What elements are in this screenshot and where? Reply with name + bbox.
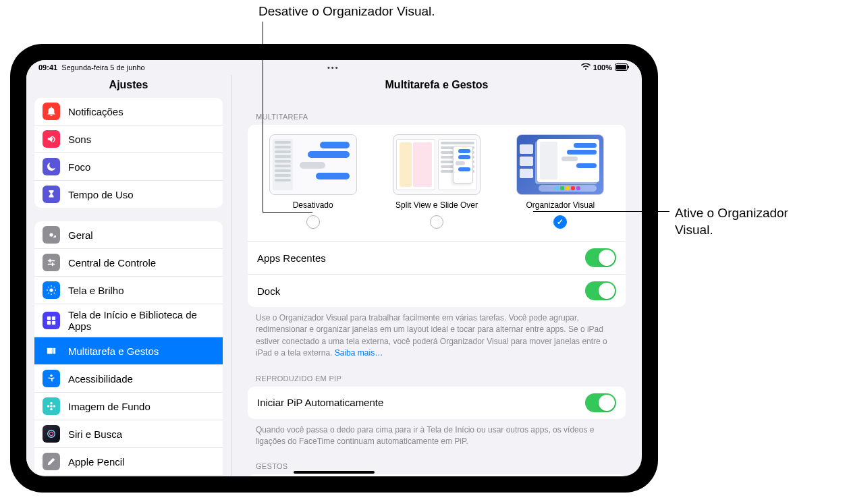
row-recent-apps[interactable]: Apps Recentes bbox=[248, 241, 626, 274]
sidebar-item-display[interactable]: Tela e Brilho bbox=[34, 276, 223, 304]
toggle-recent-apps[interactable] bbox=[585, 248, 616, 267]
sidebar-item-sounds[interactable]: Sons bbox=[34, 125, 223, 152]
sidebar-item-label: Siri e Busca bbox=[68, 428, 122, 440]
sidebar-item-control-center[interactable]: Central de Controle bbox=[34, 248, 223, 276]
radio-splitview[interactable] bbox=[430, 215, 443, 229]
row-dock[interactable]: Dock bbox=[248, 274, 626, 307]
thumb-splitview bbox=[393, 134, 481, 195]
sidebar-item-focus[interactable]: Foco bbox=[34, 152, 223, 180]
pip-card: Iniciar PiP Automaticamente bbox=[248, 387, 626, 419]
multitask-card: Desativado Split View e Slide Over bbox=[248, 125, 626, 307]
sidebar-title: Ajustes bbox=[34, 75, 223, 98]
thumb-disabled bbox=[269, 134, 357, 195]
row-productivity-gestures[interactable]: Gestos de Produtividade bbox=[248, 474, 626, 476]
svg-rect-8 bbox=[47, 348, 53, 354]
grid-icon bbox=[43, 312, 60, 329]
sidebar-item-label: Multitarefa e Gestos bbox=[68, 345, 159, 357]
sidebar-group-2: Geral Central de Controle Tela e Brilho bbox=[34, 221, 223, 476]
sidebar-item-label: Notificações bbox=[68, 106, 124, 117]
row-label: Iniciar PiP Automaticamente bbox=[257, 397, 383, 408]
sliders-icon bbox=[43, 254, 60, 271]
svg-rect-5 bbox=[52, 316, 55, 320]
sidebar-item-multitasking[interactable]: Multitarefa e Gestos bbox=[34, 337, 223, 364]
svg-rect-1 bbox=[616, 65, 626, 69]
callout-enable-organizer: Ative o Organizador Visual. bbox=[675, 205, 788, 238]
thumb-stage-manager bbox=[516, 134, 604, 195]
option-label: Organizador Visual bbox=[526, 200, 595, 210]
svg-point-14 bbox=[47, 405, 50, 408]
option-disabled[interactable]: Desativado bbox=[254, 134, 371, 229]
sidebar-item-notifications[interactable]: Notificações bbox=[34, 98, 223, 125]
home-indicator[interactable] bbox=[294, 471, 375, 474]
wifi-icon bbox=[581, 63, 591, 72]
option-splitview[interactable]: Split View e Slide Over bbox=[378, 134, 495, 229]
section-header-pip: REPRODUZIDO EM PIP bbox=[248, 362, 626, 387]
svg-point-13 bbox=[50, 408, 53, 411]
multitask-dots-icon[interactable]: ••• bbox=[327, 63, 339, 72]
sidebar-item-label: Apple Pencil bbox=[68, 456, 124, 468]
siri-icon bbox=[43, 425, 60, 443]
sidebar-item-label: Central de Controle bbox=[68, 257, 156, 269]
sidebar-item-general[interactable]: Geral bbox=[34, 221, 223, 248]
pip-footnote: Quando você passa o dedo para cima para … bbox=[248, 419, 626, 451]
sidebar-item-pencil[interactable]: Apple Pencil bbox=[34, 447, 223, 475]
battery-percent: 100% bbox=[593, 63, 612, 72]
option-label: Desativado bbox=[293, 200, 333, 210]
svg-rect-7 bbox=[52, 321, 55, 325]
sidebar-item-home-screen[interactable]: Tela de Início e Biblioteca de Apps bbox=[34, 304, 223, 337]
content-panel[interactable]: Multitarefa e Gestos MULTITAREFA Desativ… bbox=[231, 75, 642, 476]
radio-disabled[interactable] bbox=[306, 215, 320, 229]
settings-sidebar[interactable]: Ajustes Notificações Sons bbox=[26, 75, 231, 476]
sidebar-item-label: Geral bbox=[68, 229, 93, 241]
sidebar-item-label: Tempo de Uso bbox=[68, 189, 134, 200]
main-split: Ajustes Notificações Sons bbox=[26, 75, 642, 476]
footnote-text: Use o Organizador Visual para trabalhar … bbox=[256, 313, 607, 358]
sidebar-item-label: Tela e Brilho bbox=[68, 285, 124, 296]
sidebar-item-label: Tela de Início e Biblioteca de Apps bbox=[68, 309, 215, 332]
sidebar-item-screentime[interactable]: Tempo de Uso bbox=[34, 180, 223, 208]
row-pip-auto[interactable]: Iniciar PiP Automaticamente bbox=[248, 387, 626, 419]
callout-text: Ative o Organizador bbox=[675, 206, 788, 220]
radio-stage-manager[interactable]: ✓ bbox=[553, 215, 567, 229]
pencil-icon bbox=[43, 453, 60, 470]
svg-rect-4 bbox=[47, 316, 51, 320]
page-title: Multitarefa e Gestos bbox=[248, 75, 626, 101]
toggle-dock[interactable] bbox=[585, 281, 616, 300]
section-header-multitask: MULTITAREFA bbox=[248, 101, 626, 125]
status-time: 09:41 bbox=[38, 63, 57, 72]
sidebar-item-siri[interactable]: Siri e Busca bbox=[34, 420, 223, 447]
sidebar-item-faceid[interactable]: Face ID e Código bbox=[34, 475, 223, 476]
bell-icon bbox=[43, 103, 60, 120]
svg-point-10 bbox=[50, 374, 53, 377]
status-date: Segunda-feira 5 de junho bbox=[61, 63, 145, 72]
sun-icon bbox=[43, 281, 60, 299]
flower-icon bbox=[43, 397, 60, 415]
moon-icon bbox=[43, 158, 60, 175]
callout-line bbox=[263, 22, 263, 212]
callout-disable-organizer: Desative o Organizador Visual. bbox=[258, 3, 435, 20]
svg-point-3 bbox=[49, 288, 53, 291]
speaker-icon bbox=[43, 130, 60, 148]
learn-more-link[interactable]: Saiba mais… bbox=[335, 348, 383, 358]
option-stage-manager[interactable]: Organizador Visual ✓ bbox=[502, 134, 619, 229]
sidebar-item-label: Imagem de Fundo bbox=[68, 401, 150, 412]
sidebar-item-wallpaper[interactable]: Imagem de Fundo bbox=[34, 392, 223, 420]
multitask-options-row: Desativado Split View e Slide Over bbox=[248, 125, 626, 241]
gear-icon bbox=[43, 226, 60, 244]
option-label: Split View e Slide Over bbox=[395, 200, 478, 210]
person-icon bbox=[43, 370, 60, 387]
rects-icon bbox=[43, 342, 60, 360]
toggle-pip-auto[interactable] bbox=[585, 393, 616, 412]
callout-line bbox=[533, 211, 669, 212]
status-bar: 09:41 Segunda-feira 5 de junho ••• 100% bbox=[26, 60, 642, 75]
sidebar-item-label: Acessibilidade bbox=[68, 373, 133, 385]
callout-line bbox=[263, 212, 312, 213]
sidebar-item-label: Sons bbox=[68, 134, 91, 145]
multitask-footnote: Use o Organizador Visual para trabalhar … bbox=[248, 307, 626, 362]
row-label: Dock bbox=[257, 285, 280, 297]
sidebar-item-label: Foco bbox=[68, 161, 90, 173]
svg-point-11 bbox=[50, 405, 53, 408]
sidebar-item-accessibility[interactable]: Acessibilidade bbox=[34, 364, 223, 392]
svg-point-12 bbox=[50, 402, 53, 405]
battery-icon bbox=[615, 63, 630, 72]
